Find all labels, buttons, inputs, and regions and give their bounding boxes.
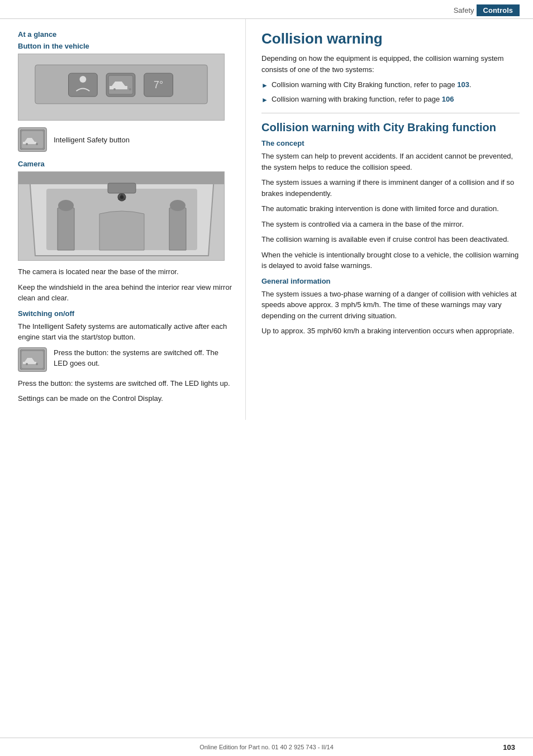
general-p1: The system issues a two-phase warning of… [261, 289, 520, 322]
switching-desc1: The Intelligent Safety systems are autom… [18, 321, 232, 343]
intelligent-safety-icon [18, 127, 47, 152]
settings-desc: Settings can be made on the Control Disp… [18, 393, 232, 404]
divider-1 [261, 113, 520, 113]
svg-text:7°: 7° [154, 79, 163, 90]
collision-warning-title: Collision warning [261, 30, 520, 47]
general-info-title: General information [261, 277, 520, 285]
header-controls-label: Controls [477, 4, 520, 16]
press-button-row: Press the button: the systems are switch… [18, 347, 232, 374]
svg-rect-21 [108, 183, 136, 193]
collision-bullet-list: ► Collision warning with City Braking fu… [261, 79, 520, 105]
vehicle-button-svg: 7° [18, 54, 224, 121]
bullet-item-2: ► Collision warning with braking functio… [261, 94, 520, 105]
concept-p2: The system issues a warning if there is … [261, 177, 520, 199]
intelli-icon-svg [20, 130, 45, 150]
svg-point-12 [26, 143, 28, 145]
press-desc2: Press the button: the systems are switch… [18, 378, 232, 389]
general-p2: Up to approx. 35 mph/60 km/h a braking i… [261, 326, 520, 337]
svg-point-17 [58, 200, 74, 211]
vehicle-button-image: 7° [18, 54, 225, 121]
svg-rect-15 [18, 172, 225, 184]
bullet-item-1: ► Collision warning with City Braking fu… [261, 79, 520, 90]
camera-image [18, 171, 225, 261]
camera-title: Camera [18, 160, 232, 168]
intelligent-safety-row: Intelligent Safety button [18, 127, 232, 152]
svg-point-7 [129, 88, 131, 90]
press-icon-svg [20, 350, 45, 370]
svg-point-26 [36, 363, 38, 365]
press-desc: Press the button: the systems are switch… [54, 347, 232, 369]
svg-point-3 [79, 76, 86, 83]
svg-point-18 [170, 200, 185, 211]
at-a-glance-title: At a glance [18, 30, 232, 39]
page-header: Safety Controls [0, 0, 533, 19]
camera-svg [18, 172, 225, 261]
concept-p4: The system is controlled via a camera in… [261, 219, 520, 230]
svg-point-13 [36, 143, 38, 145]
svg-point-25 [26, 363, 28, 365]
header-safety-label: Safety [454, 6, 474, 15]
left-column: At a glance Button in the vehicle [0, 19, 246, 420]
concept-p3: The automatic braking intervention is do… [261, 203, 520, 214]
bullet-text-2: Collision warning with braking function,… [272, 94, 454, 105]
concept-title: The concept [261, 139, 520, 147]
press-icon [18, 347, 47, 372]
switching-title: Switching on/off [18, 309, 232, 318]
button-in-vehicle-title: Button in the vehicle [18, 42, 232, 50]
collision-warning-desc: Depending on how the equipment is equipp… [261, 53, 520, 75]
city-braking-title: Collision warning with City Braking func… [261, 120, 520, 135]
bullet-arrow-1: ► [261, 80, 268, 90]
camera-desc1: The camera is located near the base of t… [18, 266, 232, 277]
concept-p5: The collision warning is available even … [261, 234, 520, 245]
camera-desc2: Keep the windshield in the area behind t… [18, 282, 232, 304]
intelligent-safety-label: Intelligent Safety button [54, 136, 130, 144]
page-footer: Online Edition for Part no. 01 40 2 925 … [0, 738, 533, 756]
footer-edition-text: Online Edition for Part no. 01 40 2 925 … [199, 744, 334, 750]
bullet-text-1: Collision warning with City Braking func… [272, 79, 472, 90]
main-content: At a glance Button in the vehicle [0, 19, 533, 420]
bullet1-link: 103 [457, 80, 469, 89]
concept-p1: The system can help to prevent accidents… [261, 151, 520, 173]
footer-page-number: 103 [503, 743, 515, 752]
bullet2-link: 106 [442, 95, 454, 103]
bullet-arrow-2: ► [261, 95, 268, 105]
concept-p6: When the vehicle is intentionally brough… [261, 250, 520, 271]
svg-point-6 [113, 88, 116, 90]
right-column: Collision warning Depending on how the e… [246, 19, 533, 420]
